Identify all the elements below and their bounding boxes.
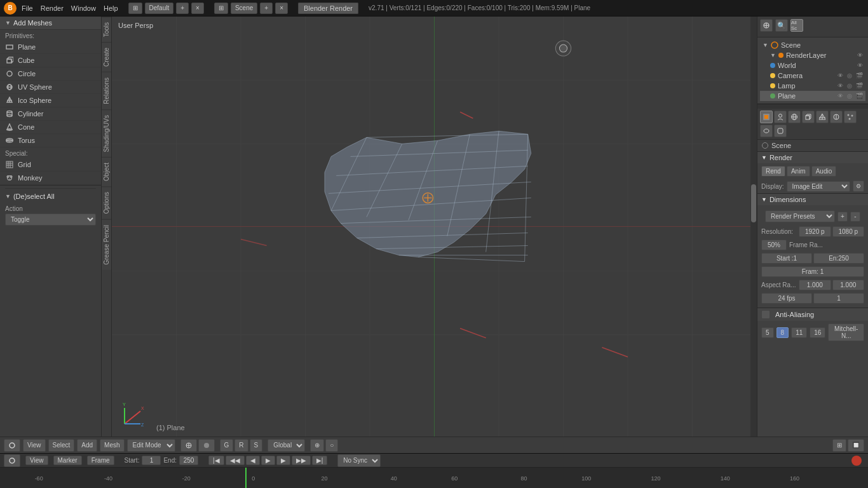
- shade-wire-btn[interactable]: [180, 439, 197, 452]
- rpanel-allsc-btn[interactable]: All Sc: [790, 19, 803, 32]
- grab-btn[interactable]: G: [220, 439, 234, 452]
- prop-tab-mesh[interactable]: [816, 111, 829, 123]
- add-uvsphere-btn[interactable]: UV Sphere: [0, 81, 101, 94]
- layout-grid-btn[interactable]: ⊞: [128, 3, 142, 14]
- prop-tab-object[interactable]: [802, 111, 815, 123]
- scene-close-btn[interactable]: ×: [275, 3, 288, 14]
- prop-tab-scene[interactable]: [774, 111, 787, 123]
- tab-options[interactable]: Options: [102, 186, 111, 219]
- add-meshes-header[interactable]: ▼ Add Meshes: [0, 17, 101, 30]
- scene-label[interactable]: Scene: [231, 3, 257, 14]
- tree-item-camera[interactable]: Camera 👁 ◎ 🎬: [760, 71, 865, 81]
- render-tab-anim[interactable]: Anim: [787, 166, 810, 177]
- scene-add-btn[interactable]: +: [260, 3, 273, 14]
- tl-context-btn[interactable]: [4, 454, 20, 467]
- play-next-btn[interactable]: ▶▶: [292, 456, 311, 465]
- tab-grease-pencil[interactable]: Grease Pencil: [102, 219, 111, 270]
- tl-marker-btn[interactable]: Marker: [53, 456, 82, 465]
- vt-view-btn[interactable]: View: [23, 439, 46, 452]
- viewport-scrollbar[interactable]: [750, 17, 757, 437]
- end-field[interactable]: En:250: [813, 253, 864, 264]
- aa-btn-5[interactable]: 5: [761, 327, 774, 338]
- menu-window[interactable]: Window: [71, 4, 96, 12]
- eye-icon-world[interactable]: 👁: [857, 62, 863, 69]
- aa-btn-16[interactable]: 16: [810, 327, 825, 338]
- prop-tab-particles[interactable]: [844, 111, 857, 123]
- aa-checkbox[interactable]: [761, 310, 770, 319]
- eye-icon-plane[interactable]: 👁: [837, 93, 843, 99]
- display-extra-btn[interactable]: ⚙: [853, 180, 864, 192]
- eye-icon-lamp[interactable]: 👁: [837, 83, 843, 89]
- shade-solid-btn[interactable]: [198, 439, 215, 452]
- tab-create[interactable]: Create: [102, 42, 111, 72]
- preset-remove-btn[interactable]: -: [850, 212, 860, 222]
- tab-relations[interactable]: Relations: [102, 72, 111, 109]
- add-cone-btn[interactable]: Cone: [0, 121, 101, 134]
- preset-add-btn[interactable]: +: [837, 212, 848, 222]
- scene-layout-btn[interactable]: ⊞: [214, 3, 228, 14]
- overlay-btn[interactable]: ⊞: [832, 439, 846, 452]
- scroll-thumb[interactable]: [751, 184, 756, 222]
- render-engine-select[interactable]: Blender Render: [298, 3, 358, 14]
- menu-help[interactable]: Help: [104, 4, 118, 12]
- play-prev-frame-btn[interactable]: ◀: [246, 456, 260, 465]
- workspace-label[interactable]: Default: [145, 3, 174, 14]
- time-rem-field[interactable]: 1: [813, 293, 864, 304]
- play-jump-start-btn[interactable]: |◀: [208, 456, 224, 465]
- res-y-field[interactable]: 1080 p: [832, 226, 865, 237]
- aspect-x-field[interactable]: 1.000: [799, 280, 831, 290]
- menu-render[interactable]: Render: [41, 4, 64, 12]
- eye-icon-renderlayer[interactable]: 👁: [857, 52, 863, 58]
- workspace-close-btn[interactable]: ×: [191, 3, 204, 14]
- proportional-btn[interactable]: ○: [325, 439, 338, 452]
- tl-frame-btn[interactable]: Frame: [87, 456, 114, 465]
- add-monkey-btn[interactable]: Monkey: [0, 172, 101, 185]
- record-btn[interactable]: [851, 456, 862, 466]
- transform-select[interactable]: Global: [268, 439, 305, 452]
- prop-tab-modifier[interactable]: [760, 125, 773, 137]
- tree-item-world[interactable]: World 👁: [760, 60, 865, 71]
- tab-object[interactable]: Object: [102, 157, 111, 186]
- rpanel-view-btn[interactable]: [760, 19, 773, 32]
- rpanel-search-btn[interactable]: 🔍: [775, 19, 788, 32]
- play-btn[interactable]: ▶: [261, 456, 275, 465]
- tree-item-plane[interactable]: Plane 👁 ◎ 🎬: [760, 91, 865, 101]
- workspace-add-btn[interactable]: +: [176, 3, 189, 14]
- sync-select[interactable]: No Sync: [337, 454, 381, 467]
- add-grid-btn[interactable]: Grid: [0, 158, 101, 172]
- add-plane-btn[interactable]: Plane: [0, 41, 101, 54]
- prop-tab-material[interactable]: [830, 111, 843, 123]
- fps-field[interactable]: 24 fps: [761, 293, 812, 304]
- play-prev-btn[interactable]: ◀◀: [226, 456, 245, 465]
- render-tab-rend[interactable]: Rend: [761, 166, 785, 177]
- tab-tools[interactable]: Tools: [102, 17, 111, 42]
- rotate-btn[interactable]: R: [234, 439, 248, 452]
- aa-btn-8[interactable]: 8: [776, 327, 789, 338]
- tab-shading-uvs[interactable]: Shading/UVs: [102, 109, 111, 157]
- snap-btn[interactable]: ⊕: [310, 439, 324, 452]
- tree-item-renderlayer[interactable]: ▼ RenderLayer 👁: [760, 50, 865, 60]
- tl-view-btn[interactable]: View: [25, 456, 48, 465]
- action-select[interactable]: Toggle: [5, 214, 96, 226]
- render-tab-audio[interactable]: Audio: [811, 166, 837, 177]
- add-circle-btn[interactable]: Circle: [0, 67, 101, 81]
- add-torus-btn[interactable]: Torus: [0, 134, 101, 147]
- play-jump-end-btn[interactable]: ▶|: [312, 456, 328, 465]
- vt-add-btn[interactable]: Add: [77, 439, 97, 452]
- viewport[interactable]: User Persp: [112, 17, 757, 437]
- vt-select-btn[interactable]: Select: [48, 439, 75, 452]
- aa-method-field[interactable]: Mitchell-N...: [828, 323, 864, 341]
- tl-end-value[interactable]: 250: [179, 456, 198, 465]
- eye-icon-camera[interactable]: 👁: [837, 72, 843, 79]
- tree-item-lamp[interactable]: Lamp 👁 ◎ 🎬: [760, 81, 865, 91]
- tl-track[interactable]: -60 -40 -20 0 20 40 60 80 100 120 140 16…: [0, 468, 868, 488]
- prop-tab-render[interactable]: [760, 111, 773, 123]
- aspect-y-field[interactable]: 1.000: [832, 280, 865, 290]
- play-next-frame-btn[interactable]: ▶: [276, 456, 290, 465]
- vt-mesh-btn[interactable]: Mesh: [100, 439, 124, 452]
- add-cube-btn[interactable]: Cube: [0, 54, 101, 67]
- viewport-props-btn[interactable]: 🔲: [848, 439, 864, 452]
- prop-tab-world[interactable]: [788, 111, 801, 123]
- mode-select[interactable]: Edit Mode: [127, 439, 175, 452]
- menu-file[interactable]: File: [22, 4, 33, 12]
